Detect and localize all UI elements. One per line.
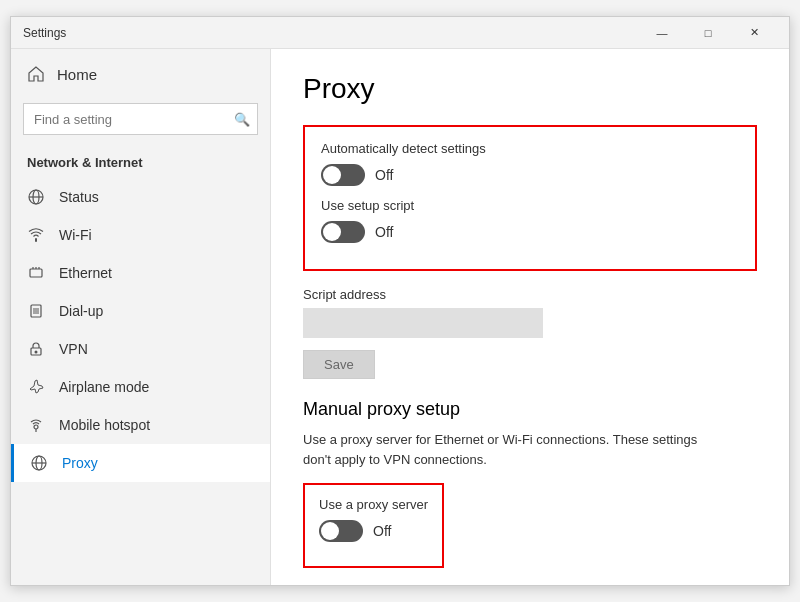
sidebar-item-hotspot[interactable]: Mobile hotspot: [11, 406, 270, 444]
script-address-label: Script address: [303, 287, 757, 302]
automatic-setup-section: Automatically detect settings Off Use se…: [303, 125, 757, 271]
use-proxy-section: Use a proxy server Off: [303, 483, 444, 568]
wifi-icon: [27, 226, 45, 244]
sidebar-item-proxy-label: Proxy: [62, 455, 98, 471]
page-title: Proxy: [303, 73, 757, 105]
setup-script-label: Use setup script: [321, 198, 739, 213]
sidebar-item-dialup-label: Dial-up: [59, 303, 103, 319]
svg-point-13: [34, 425, 38, 429]
window-controls: — □ ✕: [639, 17, 777, 49]
script-address-input[interactable]: [303, 308, 543, 338]
sidebar-item-status-label: Status: [59, 189, 99, 205]
close-button[interactable]: ✕: [731, 17, 777, 49]
status-icon: [27, 188, 45, 206]
search-box: 🔍: [23, 103, 258, 135]
settings-window: Settings — □ ✕ Home 🔍: [10, 16, 790, 586]
window-title: Settings: [23, 26, 66, 40]
sidebar-category: Network & Internet: [11, 147, 270, 178]
content-area: Proxy Automatically detect settings Off …: [271, 49, 789, 585]
proxy-toggle-row: Off: [319, 520, 428, 542]
sidebar-item-ethernet-label: Ethernet: [59, 265, 112, 281]
setup-script-state: Off: [375, 224, 393, 240]
auto-detect-state: Off: [375, 167, 393, 183]
sidebar: Home 🔍 Network & Internet Status: [11, 49, 271, 585]
sidebar-item-home[interactable]: Home: [11, 49, 270, 99]
automatic-detect-label: Automatically detect settings: [321, 141, 739, 156]
dialup-icon: [27, 302, 45, 320]
hotspot-icon: [27, 416, 45, 434]
setup-script-toggle[interactable]: [321, 221, 365, 243]
manual-description: Use a proxy server for Ethernet or Wi-Fi…: [303, 430, 723, 469]
sidebar-item-status[interactable]: Status: [11, 178, 270, 216]
setup-script-toggle-row: Off: [321, 221, 739, 243]
save-button[interactable]: Save: [303, 350, 375, 379]
sidebar-item-hotspot-label: Mobile hotspot: [59, 417, 150, 433]
minimize-button[interactable]: —: [639, 17, 685, 49]
sidebar-item-vpn-label: VPN: [59, 341, 88, 357]
sidebar-item-proxy[interactable]: Proxy: [11, 444, 270, 482]
proxy-toggle-state: Off: [373, 523, 391, 539]
manual-section-title: Manual proxy setup: [303, 399, 757, 420]
proxy-toggle[interactable]: [319, 520, 363, 542]
sidebar-item-ethernet[interactable]: Ethernet: [11, 254, 270, 292]
maximize-button[interactable]: □: [685, 17, 731, 49]
svg-point-12: [35, 351, 38, 354]
sidebar-item-airplane[interactable]: Airplane mode: [11, 368, 270, 406]
proxy-icon: [30, 454, 48, 472]
auto-detect-toggle-row: Off: [321, 164, 739, 186]
ethernet-icon: [27, 264, 45, 282]
sidebar-item-dialup[interactable]: Dial-up: [11, 292, 270, 330]
svg-rect-3: [30, 269, 42, 277]
sidebar-item-wifi[interactable]: Wi-Fi: [11, 216, 270, 254]
airplane-icon: [27, 378, 45, 396]
sidebar-item-wifi-label: Wi-Fi: [59, 227, 92, 243]
use-proxy-label: Use a proxy server: [319, 497, 428, 512]
title-bar: Settings — □ ✕: [11, 17, 789, 49]
sidebar-item-airplane-label: Airplane mode: [59, 379, 149, 395]
home-icon: [27, 65, 45, 83]
auto-detect-toggle[interactable]: [321, 164, 365, 186]
search-input[interactable]: [23, 103, 258, 135]
search-icon: 🔍: [234, 112, 250, 127]
vpn-icon: [27, 340, 45, 358]
home-label: Home: [57, 66, 97, 83]
main-content: Home 🔍 Network & Internet Status: [11, 49, 789, 585]
sidebar-item-vpn[interactable]: VPN: [11, 330, 270, 368]
